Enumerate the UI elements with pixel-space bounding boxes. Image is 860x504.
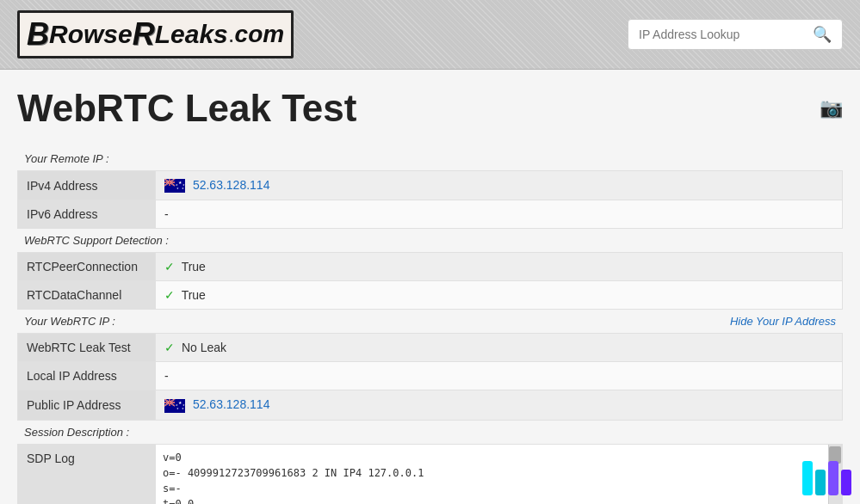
table-row: RTCDataChannel ✓ True xyxy=(18,281,843,310)
row-value: ★ ★ ★ ★ ★ 52.63.128.114 xyxy=(156,171,843,200)
sdp-scroll-area[interactable]: v=0 o=- 4099912723709961683 2 IN IP4 127… xyxy=(156,445,842,504)
brand-bar-3 xyxy=(828,461,838,495)
table-row: RTCPeerConnection ✓ True xyxy=(18,253,843,281)
table-row: IPv4 Address ★ ★ xyxy=(18,171,843,200)
row-value: ★ ★ ★ ★ ★ 52.63.128.114 xyxy=(156,390,843,420)
svg-text:★: ★ xyxy=(182,407,184,410)
session-label: Session Description : xyxy=(24,426,129,439)
au-flag-icon-2: ★ ★ ★ ★ ★ xyxy=(164,399,185,413)
logo-letter-r: R xyxy=(133,16,155,52)
row-key: Public IP Address xyxy=(18,390,156,420)
webrtc-support-table: RTCPeerConnection ✓ True RTCDataChannel … xyxy=(17,252,843,310)
session-table: SDP Log v=0 o=- 4099912723709961683 2 IN… xyxy=(17,444,843,504)
row-key: RTCDataChannel xyxy=(18,281,156,310)
ipv4-link[interactable]: 52.63.128.114 xyxy=(193,178,270,192)
page-title: WebRTC Leak Test xyxy=(17,87,356,130)
search-input[interactable] xyxy=(639,28,809,41)
table-row: Public IP Address ★ ★ ★ ★ ★ xyxy=(18,390,843,420)
row-key: RTCPeerConnection xyxy=(18,253,156,281)
page-title-row: WebRTC Leak Test 📷 xyxy=(17,87,843,130)
sdp-log-cell: v=0 o=- 4099912723709961683 2 IN IP4 127… xyxy=(156,444,843,504)
check-icon: ✓ xyxy=(164,288,175,302)
svg-text:★: ★ xyxy=(176,407,179,410)
logo: B Rowse R Leaks . com xyxy=(17,10,294,58)
webrtc-ip-table: WebRTC Leak Test ✓ No Leak Local IP Addr… xyxy=(17,333,843,420)
public-ip-link[interactable]: 52.63.128.114 xyxy=(193,397,270,411)
search-button[interactable]: 🔍 xyxy=(813,25,832,44)
header: B Rowse R Leaks . com 🔍 xyxy=(0,0,860,70)
row-key: IPv4 Address xyxy=(18,171,156,200)
hide-ip-link[interactable]: Hide Your IP Address xyxy=(730,315,836,328)
svg-text:★: ★ xyxy=(182,187,184,190)
brand-bar-2 xyxy=(815,470,826,495)
table-row: Local IP Address - xyxy=(18,362,843,390)
row-key: Local IP Address xyxy=(18,362,156,390)
svg-text:★: ★ xyxy=(176,403,178,407)
row-value: ✓ True xyxy=(156,253,843,281)
remote-ip-table: IPv4 Address ★ ★ xyxy=(17,170,843,229)
svg-text:★: ★ xyxy=(183,403,185,407)
webrtc-support-section-header: WebRTC Support Detection : xyxy=(17,229,843,252)
row-key: IPv6 Address xyxy=(18,200,156,229)
table-row: WebRTC Leak Test ✓ No Leak xyxy=(18,334,843,362)
webrtc-ip-label: Your WebRTC IP : xyxy=(24,315,115,328)
sdp-content: v=0 o=- 4099912723709961683 2 IN IP4 127… xyxy=(156,445,842,504)
search-icon: 🔍 xyxy=(813,26,832,43)
row-key: SDP Log xyxy=(18,444,156,504)
webrtc-ip-section-header: Your WebRTC IP : Hide Your IP Address xyxy=(17,310,843,333)
bottom-brand xyxy=(802,461,851,495)
logo-dot: . xyxy=(228,21,235,48)
check-icon: ✓ xyxy=(164,341,175,354)
logo-container: B Rowse R Leaks . com xyxy=(17,10,294,58)
row-value: ✓ True xyxy=(156,281,843,310)
webrtc-support-label: WebRTC Support Detection : xyxy=(24,234,169,247)
remote-ip-label: Your Remote IP : xyxy=(24,152,109,165)
au-flag-icon: ★ ★ ★ ★ ★ xyxy=(164,179,185,193)
svg-text:★: ★ xyxy=(176,183,178,187)
logo-com: com xyxy=(235,21,285,48)
row-key: WebRTC Leak Test xyxy=(18,334,156,362)
logo-text-1: Rowse xyxy=(49,20,133,49)
camera-icon[interactable]: 📷 xyxy=(820,97,843,120)
main-content: WebRTC Leak Test 📷 Your Remote IP : IPv4… xyxy=(0,70,860,504)
brand-bar-4 xyxy=(841,470,851,495)
row-value: - xyxy=(156,362,843,390)
brand-bar-1 xyxy=(802,461,813,495)
table-row: SDP Log v=0 o=- 4099912723709961683 2 IN… xyxy=(18,444,843,504)
logo-letter-b: B xyxy=(27,16,49,52)
row-value: - xyxy=(156,200,843,229)
row-value: ✓ No Leak xyxy=(156,334,843,362)
logo-text-2: Leaks xyxy=(155,20,228,49)
check-icon: ✓ xyxy=(164,260,175,274)
svg-text:★: ★ xyxy=(183,183,185,187)
search-bar[interactable]: 🔍 xyxy=(628,19,843,50)
table-row: IPv6 Address - xyxy=(18,200,843,229)
session-section-header: Session Description : xyxy=(17,421,843,444)
remote-ip-section-header: Your Remote IP : xyxy=(17,147,843,170)
svg-text:★: ★ xyxy=(176,187,179,190)
